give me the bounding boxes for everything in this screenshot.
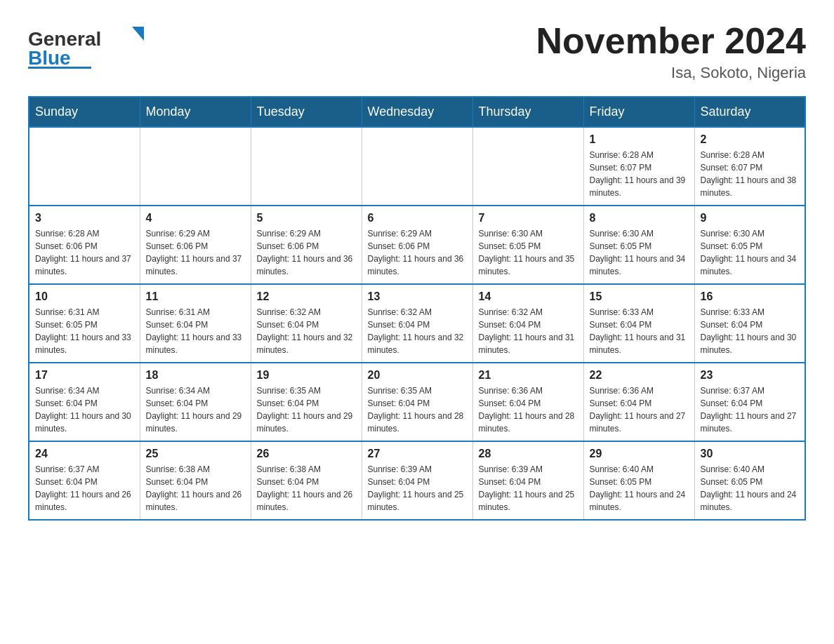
title-section: November 2024 Isa, Sokoto, Nigeria xyxy=(536,21,806,82)
table-row: 26 Sunrise: 6:38 AMSunset: 6:04 PMDaylig… xyxy=(251,441,362,520)
calendar-table: Sunday Monday Tuesday Wednesday Thursday… xyxy=(28,96,806,521)
col-thursday: Thursday xyxy=(472,97,583,127)
table-row: 9 Sunrise: 6:30 AMSunset: 6:05 PMDayligh… xyxy=(694,206,805,284)
day-number: 20 xyxy=(368,369,467,382)
day-number: 12 xyxy=(257,290,356,303)
day-info: Sunrise: 6:40 AMSunset: 6:05 PMDaylight:… xyxy=(590,463,689,514)
day-number: 25 xyxy=(146,448,245,460)
table-row: 21 Sunrise: 6:36 AMSunset: 6:04 PMDaylig… xyxy=(472,363,583,441)
day-info: Sunrise: 6:32 AMSunset: 6:04 PMDaylight:… xyxy=(368,306,467,356)
day-info: Sunrise: 6:28 AMSunset: 6:07 PMDaylight:… xyxy=(701,149,800,199)
table-row: 13 Sunrise: 6:32 AMSunset: 6:04 PMDaylig… xyxy=(362,284,472,363)
col-saturday: Saturday xyxy=(694,97,805,127)
page-header: General Blue November 2024 Isa, Sokoto, … xyxy=(28,21,806,82)
day-info: Sunrise: 6:30 AMSunset: 6:05 PMDaylight:… xyxy=(479,227,578,278)
calendar-week-row: 24 Sunrise: 6:37 AMSunset: 6:04 PMDaylig… xyxy=(29,441,805,520)
table-row: 15 Sunrise: 6:33 AMSunset: 6:04 PMDaylig… xyxy=(583,284,694,363)
svg-rect-3 xyxy=(28,67,91,69)
col-sunday: Sunday xyxy=(29,97,140,127)
day-number: 17 xyxy=(35,369,134,382)
calendar-header-row: Sunday Monday Tuesday Wednesday Thursday… xyxy=(29,97,805,127)
svg-text:Blue: Blue xyxy=(28,47,71,69)
day-info: Sunrise: 6:40 AMSunset: 6:05 PMDaylight:… xyxy=(701,463,800,514)
col-wednesday: Wednesday xyxy=(362,97,472,127)
table-row xyxy=(29,127,140,206)
calendar-week-row: 1 Sunrise: 6:28 AMSunset: 6:07 PMDayligh… xyxy=(29,127,805,206)
day-number: 9 xyxy=(701,212,800,224)
day-info: Sunrise: 6:31 AMSunset: 6:04 PMDaylight:… xyxy=(146,306,245,356)
logo-svg: General Blue xyxy=(28,21,154,70)
table-row: 16 Sunrise: 6:33 AMSunset: 6:04 PMDaylig… xyxy=(694,284,805,363)
table-row: 25 Sunrise: 6:38 AMSunset: 6:04 PMDaylig… xyxy=(140,441,251,520)
table-row: 8 Sunrise: 6:30 AMSunset: 6:05 PMDayligh… xyxy=(583,206,694,284)
table-row: 14 Sunrise: 6:32 AMSunset: 6:04 PMDaylig… xyxy=(472,284,583,363)
col-monday: Monday xyxy=(140,97,251,127)
day-number: 21 xyxy=(479,369,578,382)
day-info: Sunrise: 6:30 AMSunset: 6:05 PMDaylight:… xyxy=(701,227,800,278)
day-info: Sunrise: 6:36 AMSunset: 6:04 PMDaylight:… xyxy=(590,384,689,435)
table-row: 19 Sunrise: 6:35 AMSunset: 6:04 PMDaylig… xyxy=(251,363,362,441)
day-number: 1 xyxy=(590,133,689,146)
table-row: 20 Sunrise: 6:35 AMSunset: 6:04 PMDaylig… xyxy=(362,363,472,441)
table-row: 10 Sunrise: 6:31 AMSunset: 6:05 PMDaylig… xyxy=(29,284,140,363)
table-row: 18 Sunrise: 6:34 AMSunset: 6:04 PMDaylig… xyxy=(140,363,251,441)
day-info: Sunrise: 6:29 AMSunset: 6:06 PMDaylight:… xyxy=(257,227,356,278)
day-number: 5 xyxy=(257,212,356,224)
table-row xyxy=(251,127,362,206)
day-info: Sunrise: 6:29 AMSunset: 6:06 PMDaylight:… xyxy=(368,227,467,278)
table-row: 5 Sunrise: 6:29 AMSunset: 6:06 PMDayligh… xyxy=(251,206,362,284)
day-info: Sunrise: 6:34 AMSunset: 6:04 PMDaylight:… xyxy=(35,384,134,435)
day-info: Sunrise: 6:39 AMSunset: 6:04 PMDaylight:… xyxy=(368,463,467,514)
day-number: 15 xyxy=(590,290,689,303)
day-number: 6 xyxy=(368,212,467,224)
calendar-week-row: 10 Sunrise: 6:31 AMSunset: 6:05 PMDaylig… xyxy=(29,284,805,363)
day-info: Sunrise: 6:32 AMSunset: 6:04 PMDaylight:… xyxy=(479,306,578,356)
day-info: Sunrise: 6:33 AMSunset: 6:04 PMDaylight:… xyxy=(590,306,689,356)
day-info: Sunrise: 6:35 AMSunset: 6:04 PMDaylight:… xyxy=(257,384,356,435)
day-info: Sunrise: 6:29 AMSunset: 6:06 PMDaylight:… xyxy=(146,227,245,278)
table-row: 24 Sunrise: 6:37 AMSunset: 6:04 PMDaylig… xyxy=(29,441,140,520)
table-row: 27 Sunrise: 6:39 AMSunset: 6:04 PMDaylig… xyxy=(362,441,472,520)
day-number: 11 xyxy=(146,290,245,303)
day-number: 28 xyxy=(479,448,578,460)
day-number: 23 xyxy=(701,369,800,382)
calendar-week-row: 17 Sunrise: 6:34 AMSunset: 6:04 PMDaylig… xyxy=(29,363,805,441)
table-row: 11 Sunrise: 6:31 AMSunset: 6:04 PMDaylig… xyxy=(140,284,251,363)
day-number: 2 xyxy=(701,133,800,146)
col-friday: Friday xyxy=(583,97,694,127)
day-info: Sunrise: 6:37 AMSunset: 6:04 PMDaylight:… xyxy=(35,463,134,514)
day-info: Sunrise: 6:30 AMSunset: 6:05 PMDaylight:… xyxy=(590,227,689,278)
month-title: November 2024 xyxy=(536,21,806,61)
table-row: 22 Sunrise: 6:36 AMSunset: 6:04 PMDaylig… xyxy=(583,363,694,441)
day-number: 29 xyxy=(590,448,689,460)
day-number: 27 xyxy=(368,448,467,460)
day-number: 18 xyxy=(146,369,245,382)
day-info: Sunrise: 6:36 AMSunset: 6:04 PMDaylight:… xyxy=(479,384,578,435)
day-number: 24 xyxy=(35,448,134,460)
table-row: 2 Sunrise: 6:28 AMSunset: 6:07 PMDayligh… xyxy=(694,127,805,206)
day-number: 8 xyxy=(590,212,689,224)
day-number: 4 xyxy=(146,212,245,224)
location: Isa, Sokoto, Nigeria xyxy=(536,64,806,82)
day-info: Sunrise: 6:33 AMSunset: 6:04 PMDaylight:… xyxy=(701,306,800,356)
table-row: 7 Sunrise: 6:30 AMSunset: 6:05 PMDayligh… xyxy=(472,206,583,284)
day-number: 13 xyxy=(368,290,467,303)
day-info: Sunrise: 6:37 AMSunset: 6:04 PMDaylight:… xyxy=(701,384,800,435)
day-info: Sunrise: 6:32 AMSunset: 6:04 PMDaylight:… xyxy=(257,306,356,356)
day-number: 22 xyxy=(590,369,689,382)
day-info: Sunrise: 6:34 AMSunset: 6:04 PMDaylight:… xyxy=(146,384,245,435)
day-number: 16 xyxy=(701,290,800,303)
day-number: 10 xyxy=(35,290,134,303)
day-number: 3 xyxy=(35,212,134,224)
table-row xyxy=(472,127,583,206)
day-info: Sunrise: 6:39 AMSunset: 6:04 PMDaylight:… xyxy=(479,463,578,514)
table-row: 28 Sunrise: 6:39 AMSunset: 6:04 PMDaylig… xyxy=(472,441,583,520)
day-number: 19 xyxy=(257,369,356,382)
calendar-week-row: 3 Sunrise: 6:28 AMSunset: 6:06 PMDayligh… xyxy=(29,206,805,284)
table-row: 12 Sunrise: 6:32 AMSunset: 6:04 PMDaylig… xyxy=(251,284,362,363)
table-row: 23 Sunrise: 6:37 AMSunset: 6:04 PMDaylig… xyxy=(694,363,805,441)
day-number: 30 xyxy=(701,448,800,460)
table-row xyxy=(140,127,251,206)
day-info: Sunrise: 6:31 AMSunset: 6:05 PMDaylight:… xyxy=(35,306,134,356)
day-number: 7 xyxy=(479,212,578,224)
